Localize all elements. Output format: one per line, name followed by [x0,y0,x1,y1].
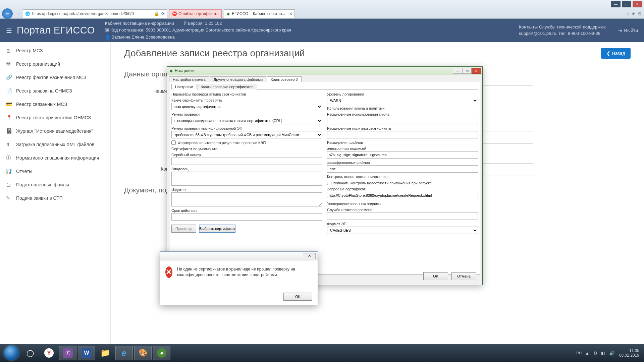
journal-icon: 📓 [6,128,12,134]
address-bar[interactable]: 🌐 https://pd.egisso.ru/portal/provider/o… [23,9,167,18]
taskbar: ◯ Y ✆ W 📁 e 🎨 ◆ RU ▲ ⚙ ◧ 🔊 11:35 08.02.2… [0,344,644,362]
dlg-close[interactable]: ✕ [472,68,481,74]
support-info: Контакты Службы технической поддержки: s… [519,24,606,36]
txt-tsp[interactable] [327,213,478,220]
cert-error-badge[interactable]: ⛔ Ошибка сертификата [169,9,222,18]
tb-yandex[interactable]: Y [40,346,58,360]
sidebar-item-stp[interactable]: ✎Подача заявки в СТП [0,191,110,205]
lbl-serial: Серийный номер [171,153,322,157]
sidebar-item-prepared[interactable]: 🗂Подготовленные файлы [0,178,110,191]
tb-ie[interactable]: e [115,346,133,360]
dlg-maximize[interactable]: ▭ [462,68,472,74]
sidebar-item-registry-msz[interactable]: 🗎Реестр МСЗ [0,44,110,57]
sidebar-item-reports[interactable]: 📊Отчеты [0,165,110,178]
ie-back-button[interactable]: ← [2,8,13,19]
btn-view-cert: Просмотр [171,225,196,233]
lbl-which-certs: Какие серификаты проверять [171,98,322,102]
txt-ext-policy[interactable] [327,131,478,138]
clock[interactable]: 11:35 08.02.2019 [619,348,641,358]
tb-word[interactable]: W [78,346,95,360]
subtab-flags[interactable]: Флаги проверки сертификатов [198,84,257,89]
dlg-ok[interactable]: OK [423,272,448,280]
tb-explorer[interactable]: 📁 [97,346,114,360]
tb-paint[interactable]: 🎨 [134,346,152,360]
chk-kep-result[interactable]: Формирование итогового результата провер… [171,140,322,145]
subtab-settings[interactable]: Настройки [171,84,197,89]
tb-app-1[interactable]: ◯ [21,346,39,360]
sidebar-item-linked[interactable]: 💳Реестр связанных МСЗ [0,98,110,111]
start-button[interactable] [3,346,20,360]
logout-button[interactable]: ⇥ Выйти [618,28,638,33]
txt-ext-key[interactable] [327,117,478,124]
txt-sig-ext[interactable] [327,151,478,159]
lbl-issuer: Издатель [171,188,322,192]
lbl-integrity: Контроль целостности приложения [327,175,478,179]
window-close[interactable]: ✕ [633,1,642,7]
tab-client-settings[interactable]: Настройки клиента [169,76,209,82]
lbl-qual-mode: Режим проверки квалифицированной ЭП [171,126,322,130]
tab-cryptoserver[interactable]: Криптосервер 3 [267,76,302,82]
cabinet-label: Кабинет поставщика информации [105,20,174,26]
globe-icon: 🌐 [25,11,30,16]
dlg-cancel[interactable]: Отмена [451,272,476,280]
app-icon: ◆ [170,68,173,73]
sidebar-item-upload[interactable]: ⬆Загрузка подписанных XML файлов [0,138,110,151]
version-label: ℙ Версия: 1.21.102 [183,20,222,26]
txt-cert-req[interactable] [327,192,478,199]
sidebar-item-reference[interactable]: ⓘНормативно-справочная информация [0,151,110,165]
tab-close-icon[interactable]: ✕ [289,11,292,16]
lbl-file-ext: Расширения файлов [327,140,478,144]
url-text: https://pd.egisso.ru/portal/provider/org… [32,11,134,16]
tray-icons[interactable]: ▲ ⚙ ◧ 🔊 [585,351,616,356]
sidebar-item-points[interactable]: 📍Реестр точек присутствия ОНМСЗ [0,111,110,124]
lbl-adv-sig: Усовершенствованная подпись [327,202,478,206]
link-icon: 🔗 [6,74,12,80]
back-button[interactable]: ❮ Назад [601,48,631,59]
err-ok[interactable]: OK [283,293,312,301]
home-icon[interactable]: ⌂ [627,11,629,16]
txt-owner[interactable] [171,172,322,186]
btn-pick-cert[interactable]: Выбрать сертификат [199,225,235,233]
sidebar-item-journal[interactable]: 📓Журнал "История взаимодействия" [0,124,110,138]
lbl-cert-req: Запрос на сертификат [327,187,478,191]
lbl-default-cert: Сертификат по умолчанию [171,147,322,151]
window-minimize[interactable]: — [611,1,621,7]
dialog-titlebar[interactable]: ◆ Настройки — ▭ ✕ [167,67,482,75]
user-name: 👤 Васькина Елена Всеволодовна [105,34,291,40]
sel-chain[interactable]: всю цепочку сертификатов [171,103,322,110]
building-icon: 🏛 [6,61,12,67]
ie-forward-button[interactable]: → [15,11,21,17]
txt-issuer[interactable] [171,192,322,206]
lang-indicator[interactable]: RU [576,351,582,355]
error-dialog: ✕ ✕ Ни один из сертификатов в хранилище … [160,251,318,305]
lbl-ext-policy: Расширенные политики сертификата [327,126,478,130]
chk-integrity[interactable]: включить контроль целостности приложения… [327,181,478,185]
tb-viber[interactable]: ✆ [59,346,76,360]
favorites-icon[interactable]: ★ [631,11,636,16]
sel-crl[interactable]: с помощью кэшированного списка отзыва се… [171,117,322,124]
sidebar-item-registry-org[interactable]: 🏛Реестр организаций [0,57,110,71]
txt-validity[interactable] [171,213,322,221]
browser-tab[interactable]: ◆ ЕГИССО :: Кабинет постав... ✕ [224,9,295,18]
tb-crypto[interactable]: ◆ [153,346,170,360]
sidebar-item-registry-facts[interactable]: 🔗Реестр фактов назначения МСЗ [0,71,110,84]
err-close[interactable]: ✕ [303,253,316,259]
txt-enc-ext[interactable] [327,165,478,173]
refresh-icon[interactable]: ⟳ [161,11,165,16]
tools-icon[interactable]: ⚙ [638,11,642,16]
tab-file-ops[interactable]: Другие операции с файлами [210,76,266,82]
txt-serial[interactable] [171,158,322,165]
lbl-log-level: Уровень логирования [327,92,478,96]
window-maximize[interactable]: ▭ [622,1,631,7]
list-icon: 📄 [6,88,12,94]
menu-icon[interactable]: ☰ [6,26,12,35]
lbl-tsp: Служба штампов времени [327,208,478,212]
sel-sig-format[interactable]: CAdES-BES [327,227,478,234]
sel-log[interactable]: WARN [327,97,478,104]
lbl-ext-key: Расширенные использования ключа [327,112,478,116]
report-icon: 📊 [6,168,12,174]
dlg-minimize[interactable]: — [453,68,462,74]
sel-qual[interactable]: требования 63-ФЗ с учетом требований ФСБ… [171,131,322,138]
sidebar-item-requests[interactable]: 📄Реестр заявок на ОНМСЗ [0,84,110,98]
lbl-validity: Срок действия [171,208,322,213]
